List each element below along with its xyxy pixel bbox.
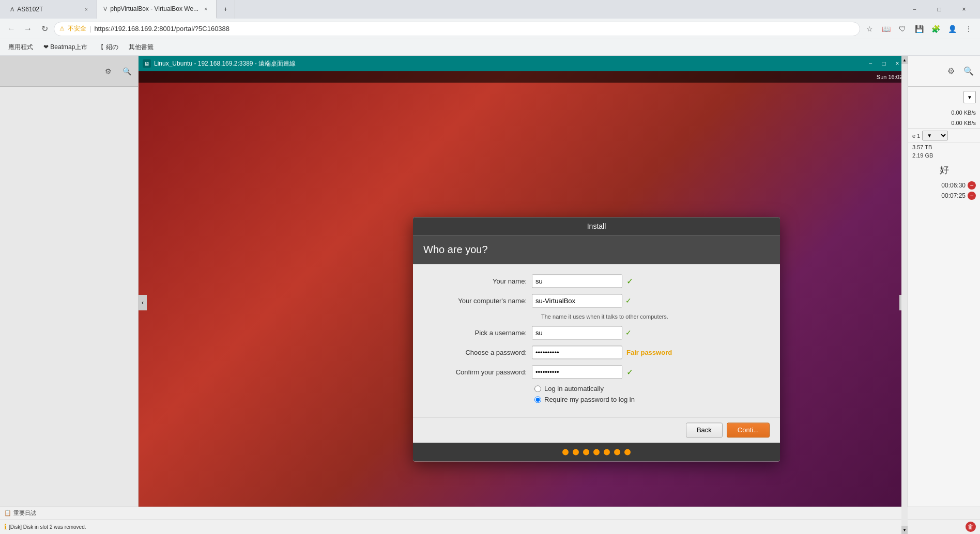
tab2-favicon: V (103, 6, 107, 12)
notification-area: 📋 重要日誌 ℹ [Disk] Disk in slot 2 was remov… (0, 507, 980, 534)
ubuntu-time: Sun 16:02 (877, 74, 902, 80)
nav-icons-right: ☆ 📖 🛡 💾 🧩 👤 ⋮ (862, 22, 976, 36)
dialog-footer: Back Conti... (413, 417, 780, 443)
vertical-scrollbar[interactable]: ▲ ▼ (901, 56, 908, 534)
browser-minimize-button[interactable]: − (902, 0, 926, 19)
password-strength-text: Fair password (626, 349, 672, 356)
new-tab-button[interactable]: + (217, 0, 235, 19)
timer2-stop-button[interactable]: − (968, 192, 976, 200)
profile-button[interactable]: 👤 (945, 22, 959, 36)
address-separator: | (89, 25, 91, 33)
save-button[interactable]: 💾 (912, 22, 926, 36)
vbox-search-button[interactable]: 🔍 (119, 64, 134, 78)
right-sidebar: ⚙ 🔍 ▼ 0.00 KB/s 0.00 KB/s e 1 ▼ 3.57 TB … (908, 56, 980, 534)
extensions-button[interactable]: 🧩 (928, 22, 943, 36)
chevron-down-icon: ▼ (967, 95, 972, 100)
rdp-icon: 🖥 (143, 59, 151, 68)
tab2-label: phpVirtualBox - VirtualBox We... (110, 5, 198, 12)
disk-size-info: 3.57 TB (908, 143, 980, 151)
address-url: https://192.168.169.2:8001/portal/?5C160… (94, 25, 229, 33)
address-bar[interactable]: ⚠ 不安全 | https://192.168.169.2:8001/porta… (54, 22, 860, 36)
continue-button[interactable]: Conti... (727, 422, 770, 437)
password-row: Choose a password: Fair password (428, 345, 764, 359)
right-sidebar-search-button[interactable]: 🔍 (961, 64, 976, 78)
important-log-row: 📋 重要日誌 (0, 507, 980, 519)
right-sidebar-settings-button[interactable]: ⚙ (944, 64, 958, 78)
rdp-scroll-left[interactable]: ‹ (139, 295, 147, 310)
security-warning-icon: ⚠ (59, 25, 65, 32)
notification-dismiss-button[interactable]: 🗑 (966, 522, 976, 532)
rdp-minimize-button[interactable]: − (864, 58, 877, 69)
dot-7 (624, 449, 631, 455)
tab2-close[interactable]: × (202, 5, 210, 13)
vm-entry: e 1 ▼ (908, 128, 980, 143)
dropdown-button[interactable]: ▼ (963, 91, 976, 103)
bookmark-beatmap[interactable]: ❤ Beatmap上市 (39, 41, 91, 54)
login-require-radio[interactable] (534, 396, 541, 403)
username-check-icon: ✓ (625, 328, 632, 337)
left-arrow-icon: ‹ (142, 299, 144, 306)
navigation-bar: ← → ↻ ⚠ 不安全 | https://192.168.169.2:8001… (0, 19, 980, 39)
rdp-restore-button[interactable]: □ (878, 58, 890, 69)
tab1-close[interactable]: × (82, 5, 90, 13)
dot-5 (604, 449, 610, 455)
vbox-settings-button[interactable]: ⚙ (101, 64, 115, 78)
browser-titlebar: A AS6102T × V phpVirtualBox - VirtualBox… (0, 0, 980, 19)
computer-name-label: Your computer's name: (428, 297, 532, 305)
tab-phpvirtualbox[interactable]: V phpVirtualBox - VirtualBox We... × (97, 0, 217, 19)
login-auto-radio[interactable] (534, 385, 541, 392)
confirm-password-row: Confirm your password: ✓ (428, 365, 764, 379)
ubuntu-desktop: Sun 16:02 Install Who are you? Your name… (139, 71, 908, 534)
vm-select[interactable]: ▼ (922, 131, 948, 140)
reader-mode-button[interactable]: 📖 (879, 22, 893, 36)
rdp-window-container: 🖥 Linux_Ubuntu - 192.168.169.2:3389 - 遠端… (139, 56, 908, 534)
scroll-up-button[interactable]: ▲ (901, 56, 908, 64)
confirm-password-check-icon: ✓ (626, 367, 633, 377)
login-require-row: Require my password to log in (428, 396, 764, 403)
progress-dots (413, 443, 780, 461)
password-input[interactable] (532, 345, 622, 359)
computer-name-input[interactable] (532, 294, 622, 307)
vbox-sidebar-content (0, 87, 138, 534)
dot-6 (614, 449, 620, 455)
right-sidebar-header: ⚙ 🔍 (908, 56, 980, 87)
forward-button[interactable]: → (21, 22, 35, 36)
browser-close-button[interactable]: × (952, 0, 976, 19)
back-button[interactable]: Back (686, 422, 723, 437)
confirm-password-input[interactable] (532, 365, 622, 379)
back-button[interactable]: ← (4, 22, 19, 36)
dot-2 (573, 449, 579, 455)
bookmark-apps[interactable]: 應用程式 (4, 41, 37, 54)
dialog-titlebar: Install (413, 217, 780, 235)
timer1-stop-button[interactable]: − (968, 181, 976, 190)
timer2-display: 00:07:25 − (908, 191, 980, 201)
computer-name-hint: The name it uses when it talks to other … (541, 313, 668, 320)
browser-window-controls: − □ × (902, 0, 976, 19)
login-require-label: Require my password to log in (544, 396, 635, 403)
bookmark-other[interactable]: 其他書籤 (125, 41, 158, 54)
tab-as6102t[interactable]: A AS6102T × (4, 0, 97, 19)
notification-text: [Disk] Disk in slot 2 was removed. (9, 524, 86, 530)
menu-button[interactable]: ⋮ (961, 22, 976, 36)
scroll-down-button[interactable]: ▼ (901, 526, 908, 534)
install-dialog: Install Who are you? Your name: ✓ Your c… (413, 217, 780, 461)
browser-maximize-button[interactable]: □ (927, 0, 951, 19)
shield-button[interactable]: 🛡 (895, 22, 910, 36)
vbox-header: ⚙ 🔍 (0, 56, 138, 87)
tab1-label: AS6102T (17, 6, 43, 13)
refresh-button[interactable]: ↻ (37, 22, 52, 36)
your-name-row: Your name: ✓ (428, 274, 764, 288)
rdp-titlebar: 🖥 Linux_Ubuntu - 192.168.169.2:3389 - 遠端… (139, 56, 908, 71)
timer1-display: 00:06:30 − (908, 180, 980, 191)
your-name-input[interactable] (532, 274, 622, 288)
bookmark-item3[interactable]: 【 紹の (94, 41, 122, 54)
bookmarks-bar: 應用程式 ❤ Beatmap上市 【 紹の 其他書籤 (0, 39, 980, 56)
rdp-window-controls: − □ × (864, 58, 904, 69)
dot-4 (593, 449, 600, 455)
rdp-title: Linux_Ubuntu - 192.168.169.2:3389 - 遠端桌面… (154, 59, 861, 68)
scroll-track (901, 64, 908, 526)
your-name-check-icon: ✓ (626, 276, 633, 286)
username-input[interactable] (532, 326, 622, 339)
bookmark-star-button[interactable]: ☆ (862, 22, 877, 36)
dialog-header: Who are you? (413, 235, 780, 264)
